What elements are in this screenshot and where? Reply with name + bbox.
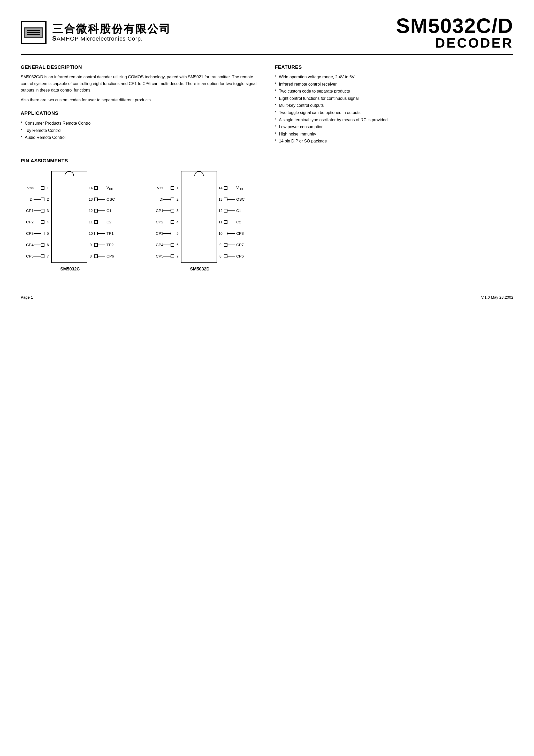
pin-number: 5 — [44, 231, 51, 235]
pin-label: VDD — [106, 185, 120, 191]
applications-title: APPLICATIONS — [21, 110, 259, 116]
pin-line — [98, 245, 105, 245]
ic-row — [181, 251, 217, 262]
pin-number: 7 — [174, 254, 181, 258]
pin-label: DI — [21, 197, 34, 202]
sm5032c-diagram: Vss1DI2CP13CP24CP35CP46CP57 — [21, 171, 120, 272]
pin-square — [224, 255, 227, 258]
pin-number: 11 — [217, 220, 224, 224]
pin-row-right: 9CP7 — [217, 239, 249, 251]
pin-number: 11 — [87, 220, 94, 224]
pin-square — [224, 209, 227, 212]
pin-row-left: CP35 — [150, 228, 181, 239]
right-column: FEATURES Wide operation voltage range, 2… — [275, 65, 513, 145]
sm5032d-label: SM5032D — [190, 267, 210, 272]
pin-square — [41, 209, 44, 212]
page-footer: Page 1 V.1.0 May 28,2002 — [21, 292, 513, 299]
pin-row-right: 10TP1 — [87, 228, 120, 239]
pin-square — [94, 186, 98, 190]
pin-line — [98, 188, 105, 188]
pin-line — [98, 233, 105, 234]
pin-row-left: Vss1 — [150, 182, 181, 194]
application-item: Consumer Products Remote Control — [21, 120, 259, 127]
pin-label: DI — [150, 197, 163, 202]
pin-number: 7 — [44, 254, 51, 258]
pin-label: CP1 — [150, 208, 163, 213]
pin-square — [41, 198, 44, 201]
pin-line — [227, 256, 235, 256]
pin-square — [94, 209, 98, 212]
pin-line — [227, 222, 235, 222]
page-number: Page 1 — [21, 295, 33, 299]
pin-row-right: 8CP6 — [217, 251, 249, 262]
ic-row — [52, 205, 87, 217]
pin-number: 6 — [44, 243, 51, 247]
pin-square — [224, 232, 227, 235]
pin-number: 10 — [217, 231, 224, 235]
feature-item: 14 pin DIP or SO package — [275, 138, 513, 145]
sm5032c-left-pins: Vss1DI2CP13CP24CP35CP46CP57 — [21, 171, 51, 262]
pin-assignments-title: PIN ASSIGNMENTS — [21, 158, 513, 164]
logo-inner — [24, 27, 43, 38]
ic-row — [181, 240, 217, 251]
pin-number: 9 — [87, 243, 94, 247]
pin-square — [171, 220, 174, 224]
pin-line — [163, 188, 171, 188]
pin-number: 14 — [87, 186, 94, 190]
pin-line — [163, 233, 171, 234]
pin-number: 4 — [44, 220, 51, 224]
pin-label: CP4 — [21, 243, 34, 247]
pin-label: OSC — [106, 197, 120, 202]
pin-line — [227, 199, 235, 200]
pin-number: 6 — [174, 243, 181, 247]
pin-row-left: CP24 — [150, 216, 181, 228]
pin-square — [171, 243, 174, 247]
pin-row-right: 14VDD — [87, 182, 120, 194]
feature-item: Infrared remote control receiver — [275, 81, 513, 88]
header-divider — [21, 54, 513, 55]
pin-row-right: 11C2 — [87, 216, 120, 228]
pin-line — [227, 188, 235, 188]
pin-line — [227, 245, 235, 245]
pin-square — [94, 220, 98, 224]
company-logo — [21, 21, 46, 44]
sm5032d-package: Vss1DI2CP13CP24CP35CP46CP57 14VDD13OSC12… — [150, 171, 249, 263]
feature-item: Two toggle signal can be optioned in out… — [275, 109, 513, 116]
pin-line — [227, 233, 235, 234]
pin-line — [98, 222, 105, 222]
pin-label: CP5 — [21, 254, 34, 258]
pin-number: 8 — [87, 254, 94, 258]
pin-line — [98, 210, 105, 211]
product-title-block: SM5032C/D DECODER — [396, 15, 513, 50]
ic-row — [52, 183, 87, 194]
pin-square — [171, 186, 174, 190]
pin-label: VDD — [236, 185, 249, 191]
pin-row-right: 12C1 — [87, 205, 120, 216]
pin-row-left: CP57 — [21, 251, 51, 262]
feature-item: A single terminal type oscillator by mea… — [275, 117, 513, 123]
pin-row-right: 11C2 — [217, 216, 249, 228]
ic-row — [52, 240, 87, 251]
pin-diagrams: Vss1DI2CP13CP24CP35CP46CP57 — [21, 171, 513, 272]
applications-list: Consumer Products Remote ControlToy Remo… — [21, 120, 259, 141]
pin-row-left: CP57 — [150, 251, 181, 262]
features-section: FEATURES Wide operation voltage range, 2… — [275, 65, 513, 145]
ic-row — [52, 194, 87, 205]
feature-item: Wide operation voltage range, 2.4V to 6V — [275, 74, 513, 80]
pin-row-left: CP24 — [21, 216, 51, 228]
pin-label: C2 — [236, 220, 249, 224]
pin-label: CP2 — [150, 220, 163, 224]
applications-section: APPLICATIONS Consumer Products Remote Co… — [21, 110, 259, 141]
pin-label: CP2 — [21, 220, 34, 224]
pin-label: CP3 — [21, 231, 34, 235]
pin-number: 9 — [217, 243, 224, 247]
english-subtitle: SAMHOP Microelectronics Corp. — [52, 35, 171, 42]
ic-row — [52, 217, 87, 228]
pin-row-right: 9TP2 — [87, 239, 120, 251]
pin-line — [227, 210, 235, 211]
pin-number: 1 — [44, 186, 51, 190]
pin-number: 13 — [87, 197, 94, 202]
features-title: FEATURES — [275, 65, 513, 70]
pin-line — [34, 222, 41, 222]
features-list: Wide operation voltage range, 2.4V to 6V… — [275, 74, 513, 145]
